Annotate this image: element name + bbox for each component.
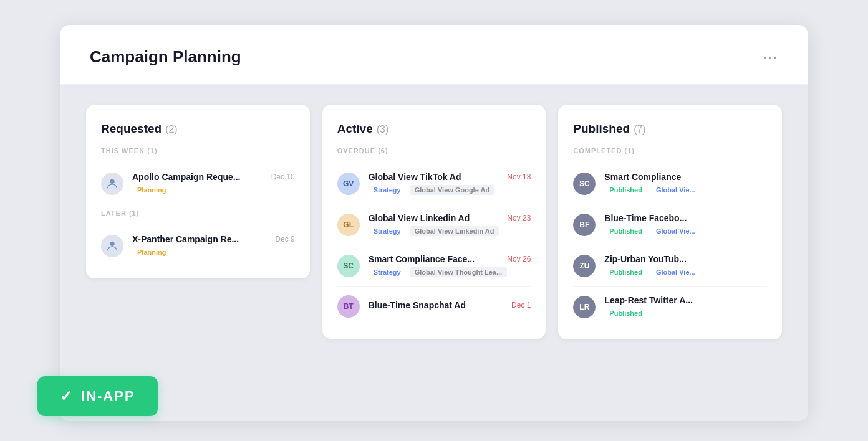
card-body: Apollo Campaign Reque... Dec 10 Planning — [132, 172, 295, 195]
check-icon: ✓ — [60, 387, 74, 405]
column-count: (7) — [634, 124, 646, 135]
card-date: Dec 9 — [275, 235, 294, 244]
column-published: Published (7)COMPLETED (1)SC Smart Compl… — [558, 105, 782, 339]
section-label: THIS WEEK (1) — [101, 147, 295, 154]
card-date: Dec 1 — [511, 301, 531, 310]
tag-strategy: Strategy — [369, 267, 406, 277]
avatar: SC — [337, 255, 360, 277]
card[interactable]: Apollo Campaign Reque... Dec 10 Planning — [101, 163, 295, 204]
card-body: Leap-Rest Twitter A... Published — [604, 295, 767, 318]
card-body: Smart Compliance Published Global Vie... — [604, 172, 767, 195]
column-count: (2) — [165, 124, 178, 135]
card-title-row: Global View TikTok Ad Nov 18 — [369, 172, 531, 182]
card-title-row: Apollo Campaign Reque... Dec 10 — [132, 172, 295, 182]
card-date: Nov 18 — [507, 173, 531, 181]
section-label: LATER (1) — [101, 209, 295, 217]
in-app-badge: ✓ IN-APP — [37, 376, 158, 416]
card-title-row: Global View Linkedin Ad Nov 23 — [369, 213, 531, 223]
card-date: Nov 26 — [507, 255, 531, 263]
tag-strategy: Global Vie... — [651, 267, 700, 277]
tag-label: Global View Thought Lea... — [410, 267, 507, 277]
avatar: BT — [337, 295, 360, 318]
card-title-row: Leap-Rest Twitter A... — [604, 295, 767, 305]
avatar: SC — [573, 173, 596, 195]
card[interactable]: X-Panther Campaign Re... Dec 9 Planning — [101, 225, 295, 266]
card-date: Dec 10 — [271, 173, 295, 181]
card-title: Zip-Urban YouTub... — [604, 254, 686, 264]
avatar: ZU — [573, 255, 596, 277]
app-window: Campaign Planning ··· Requested (2)THIS … — [60, 25, 808, 421]
column-header-published: Published (7) — [573, 122, 767, 136]
card-title-row: Smart Compliance — [604, 172, 767, 182]
avatar: BF — [573, 214, 596, 236]
card-title: Global View TikTok Ad — [369, 172, 461, 182]
card-bottom: StrategyGlobal View Google Ad — [369, 185, 531, 195]
card[interactable]: GL Global View Linkedin Ad Nov 23 Strate… — [337, 204, 531, 245]
column-requested: Requested (2)THIS WEEK (1) Apollo Campai… — [86, 105, 310, 278]
card[interactable]: SC Smart Compliance Face... Nov 26 Strat… — [337, 245, 531, 287]
avatar — [101, 173, 123, 195]
card-body: Global View Linkedin Ad Nov 23 StrategyG… — [369, 213, 531, 236]
card-body: Global View TikTok Ad Nov 18 StrategyGlo… — [369, 172, 531, 195]
card-bottom: Published Global Vie... — [604, 185, 767, 195]
card-date: Nov 23 — [507, 214, 531, 222]
card-bottom: StrategyGlobal View Thought Lea... — [369, 267, 531, 277]
card-body: Smart Compliance Face... Nov 26 Strategy… — [369, 254, 531, 277]
card-title-row: Blue-Time Snapchat Ad Dec 1 — [369, 300, 531, 310]
card-bottom: Planning — [132, 185, 295, 195]
card-bottom: Published Global Vie... — [604, 267, 767, 277]
status-badge: Planning — [132, 185, 171, 195]
card-title-row: Blue-Time Facebo... — [604, 213, 767, 223]
tag-label: Global View Google Ad — [410, 185, 494, 195]
card-title-row: Smart Compliance Face... Nov 26 — [369, 254, 531, 264]
card[interactable]: SC Smart Compliance Published Global Vie… — [573, 163, 767, 204]
card-body: Blue-Time Facebo... Published Global Vie… — [604, 213, 767, 236]
avatar: GV — [337, 173, 360, 195]
tag-strategy: Global Vie... — [651, 226, 700, 236]
status-badge: Planning — [132, 247, 171, 257]
card-title: Leap-Rest Twitter A... — [604, 295, 693, 305]
card-body: X-Panther Campaign Re... Dec 9 Planning — [132, 234, 295, 257]
more-menu-button[interactable]: ··· — [763, 49, 778, 65]
kanban-board: Requested (2)THIS WEEK (1) Apollo Campai… — [60, 85, 808, 421]
card[interactable]: BF Blue-Time Facebo... Published Global … — [573, 204, 767, 245]
card-title: X-Panther Campaign Re... — [132, 234, 239, 244]
card[interactable]: LR Leap-Rest Twitter A... Published — [573, 287, 767, 327]
status-badge: Published — [604, 226, 647, 236]
card-bottom: Published — [604, 308, 767, 318]
card-body: Zip-Urban YouTub... Published Global Vie… — [604, 254, 767, 277]
card-title: Smart Compliance — [604, 172, 681, 182]
page-title: Campaign Planning — [90, 47, 241, 67]
card-bottom: StrategyGlobal View Linkedin Ad — [369, 226, 531, 236]
section-label: OVERDUE (6) — [337, 147, 531, 154]
column-header-requested: Requested (2) — [101, 122, 295, 136]
card[interactable]: BT Blue-Time Snapchat Ad Dec 1 — [337, 287, 531, 326]
card-title-row: X-Panther Campaign Re... Dec 9 — [132, 234, 295, 244]
column-active: Active (3)OVERDUE (6)GV Global View TikT… — [322, 105, 546, 339]
card-title: Blue-Time Snapchat Ad — [369, 300, 466, 310]
card[interactable]: GV Global View TikTok Ad Nov 18 Strategy… — [337, 163, 531, 204]
card-title: Smart Compliance Face... — [369, 254, 475, 264]
status-badge: Published — [604, 308, 647, 318]
avatar: LR — [573, 296, 596, 318]
card-title: Global View Linkedin Ad — [369, 213, 470, 223]
column-count: (3) — [377, 124, 389, 135]
card-title-row: Zip-Urban YouTub... — [604, 254, 767, 264]
svg-point-1 — [110, 241, 114, 245]
avatar: GL — [337, 214, 360, 236]
card-title: Blue-Time Facebo... — [604, 213, 687, 223]
header: Campaign Planning ··· — [60, 25, 808, 85]
card-bottom: Published Global Vie... — [604, 226, 767, 236]
column-title: Requested — [101, 122, 162, 136]
tag-strategy: Strategy — [369, 226, 406, 236]
card[interactable]: ZU Zip-Urban YouTub... Published Global … — [573, 245, 767, 287]
in-app-label: IN-APP — [81, 388, 135, 404]
card-title: Apollo Campaign Reque... — [132, 172, 240, 182]
status-badge: Published — [604, 185, 647, 195]
svg-point-0 — [110, 179, 114, 183]
column-title: Active — [337, 122, 373, 136]
column-header-active: Active (3) — [337, 122, 531, 136]
status-badge: Published — [604, 267, 647, 277]
section-label: COMPLETED (1) — [573, 147, 767, 154]
card-body: Blue-Time Snapchat Ad Dec 1 — [369, 300, 531, 313]
